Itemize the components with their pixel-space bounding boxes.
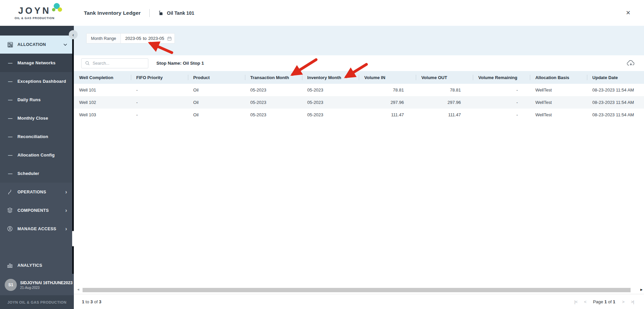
tank-icon bbox=[158, 10, 163, 15]
column-header-transaction-month[interactable]: Transaction Month bbox=[245, 71, 302, 84]
column-header-volume-in[interactable]: Volume IN bbox=[359, 71, 416, 84]
close-icon[interactable]: ✕ bbox=[626, 10, 631, 16]
horizontal-scrollbar: ◄ ► bbox=[74, 287, 644, 294]
column-header-product[interactable]: Product bbox=[188, 71, 245, 84]
table-row[interactable]: Well 101-Oil05-202305-202378.8178.81-Wel… bbox=[74, 84, 644, 96]
sidebar-item-label: ALLOCATION bbox=[17, 42, 59, 47]
scroll-left-arrow-icon[interactable]: ◄ bbox=[77, 288, 80, 291]
column-header-volume-remaining[interactable]: Volume Remaining bbox=[473, 71, 530, 84]
sidebar-spacer bbox=[0, 238, 74, 256]
analytics-icon bbox=[7, 262, 13, 268]
table-empty-area bbox=[74, 121, 644, 287]
month-to: 2023-05 bbox=[148, 36, 164, 41]
cell-volume-out: 78.81 bbox=[416, 84, 473, 96]
dash-icon: — bbox=[8, 79, 12, 84]
last-page-button[interactable]: >| bbox=[631, 299, 634, 304]
sidebar-item-label: Daily Runs bbox=[17, 97, 41, 102]
sidebar-item-exceptions-dashboard[interactable]: —Exceptions Dashboard bbox=[0, 72, 74, 90]
sidebar-item-monthly-close[interactable]: —Monthly Close bbox=[0, 109, 74, 127]
first-page-button[interactable]: |< bbox=[574, 299, 577, 304]
table-row[interactable]: Well 102-Oil05-202305-2023297.96297.96-W… bbox=[74, 96, 644, 109]
sidebar-item-daily-runs[interactable]: —Daily Runs bbox=[0, 90, 74, 109]
cell-allocation-basis: WellTest bbox=[530, 109, 587, 121]
next-page-button[interactable]: > bbox=[622, 299, 624, 304]
sidebar-item-manage-access[interactable]: MANAGE ACCESS › bbox=[0, 220, 74, 238]
sidebar-collapse-button[interactable]: ‹ bbox=[69, 30, 78, 39]
month-range-value[interactable]: 2023-05 to 2023-05 bbox=[121, 34, 175, 43]
top-bar: Tank Inventory Ledger Oil Tank 101 ✕ bbox=[74, 0, 644, 26]
sidebar-item-label: Exceptions Dashboard bbox=[17, 79, 66, 84]
column-header-well-completion[interactable]: Well Completion bbox=[74, 71, 131, 84]
pagination-bar: 1 to 3 of 3 |< < Page 1 of 1 > >| bbox=[74, 294, 644, 309]
sidebar-item-operations[interactable]: OPERATIONS › bbox=[0, 183, 74, 201]
sidebar-item-label: Monthly Close bbox=[17, 116, 48, 121]
scrollbar-thumb[interactable] bbox=[83, 288, 631, 292]
cell-well-completion: Well 101 bbox=[74, 84, 131, 96]
cell-transaction-month: 05-2023 bbox=[245, 84, 302, 96]
sidebar-item-scheduler[interactable]: —Scheduler bbox=[0, 164, 74, 183]
column-header-volume-out[interactable]: Volume OUT bbox=[416, 71, 473, 84]
cell-transaction-month: 05-2023 bbox=[245, 96, 302, 109]
chevron-right-icon: › bbox=[65, 207, 67, 213]
cell-inventory-month: 05-2023 bbox=[302, 109, 359, 121]
cell-product: Oil bbox=[188, 84, 245, 96]
user-name: SIDJOYNAI 16THJUNE2023 bbox=[20, 281, 74, 285]
cell-volume-out: 297.96 bbox=[416, 96, 473, 109]
column-header-allocation-basis[interactable]: Allocation Basis bbox=[530, 71, 587, 84]
calendar-icon[interactable] bbox=[167, 36, 172, 42]
column-header-update-date[interactable]: Update Date bbox=[587, 71, 644, 84]
chevron-right-icon: › bbox=[65, 226, 67, 232]
page-title: Tank Inventory Ledger bbox=[84, 10, 141, 16]
dash-icon: — bbox=[8, 171, 12, 176]
sidebar-item-allocation[interactable]: ALLOCATION bbox=[0, 36, 74, 54]
cell-product: Oil bbox=[188, 96, 245, 109]
sidebar-item-label: MANAGE ACCESS bbox=[17, 227, 60, 231]
row-count-summary: 1 to 3 of 3 bbox=[82, 299, 101, 304]
sidebar-item-analytics[interactable]: ANALYTICS bbox=[0, 256, 74, 274]
scroll-right-arrow-icon[interactable]: ► bbox=[640, 288, 643, 292]
sidebar-item-manage-networks[interactable]: —Manage Networks bbox=[0, 54, 74, 72]
abacus-icon bbox=[7, 42, 13, 48]
sidebar-item-label: Scheduler bbox=[17, 171, 39, 176]
sidebar: ALLOCATION —Manage Networks—Exceptions D… bbox=[0, 26, 74, 309]
month-range-picker[interactable]: Month Range 2023-05 to 2023-05 bbox=[86, 33, 175, 44]
cell-well-completion: Well 103 bbox=[74, 109, 131, 121]
entity-name: Oil Tank 101 bbox=[167, 10, 194, 16]
page-controls: |< < Page 1 of 1 > >| bbox=[574, 299, 634, 304]
cell-fifo-priority: - bbox=[131, 109, 188, 121]
cell-inventory-month: 05-2023 bbox=[302, 96, 359, 109]
column-header-fifo-priority[interactable]: FIFO Priority bbox=[131, 71, 188, 84]
brand-logo: JOYN OIL & GAS PRODUCTION bbox=[0, 0, 74, 26]
cell-product: Oil bbox=[188, 109, 245, 121]
sidebar-item-label: Reconciliation bbox=[17, 134, 48, 139]
entity-label-group: Oil Tank 101 bbox=[158, 10, 194, 16]
operations-icon bbox=[7, 189, 13, 195]
month-range-label: Month Range bbox=[87, 34, 121, 43]
cell-transaction-month: 05-2023 bbox=[245, 109, 302, 121]
sidebar-item-allocation-config[interactable]: —Allocation Config bbox=[0, 146, 74, 164]
search-icon bbox=[85, 61, 90, 66]
cell-update-date: 08-23-2023 11:54 AM bbox=[587, 84, 644, 96]
sidebar-item-reconciliation[interactable]: —Reconciliation bbox=[0, 127, 74, 146]
sidebar-item-label: COMPONENTS bbox=[17, 208, 60, 213]
cell-allocation-basis: WellTest bbox=[530, 84, 587, 96]
user-profile[interactable]: S1 SIDJOYNAI 16THJUNE2023 21-Aug-2023 bbox=[0, 274, 74, 295]
chevron-down-icon bbox=[63, 44, 67, 46]
dash-icon: — bbox=[8, 60, 12, 65]
prev-page-button[interactable]: < bbox=[584, 299, 586, 304]
table-row[interactable]: Well 103-Oil05-202305-2023111.47111.47-W… bbox=[74, 109, 644, 121]
download-icon[interactable] bbox=[627, 60, 635, 67]
sidebar-item-label: ANALYTICS bbox=[17, 263, 67, 268]
sidebar-item-components[interactable]: COMPONENTS › bbox=[0, 201, 74, 220]
table-header-row: Well CompletionFIFO PriorityProductTrans… bbox=[74, 71, 644, 84]
dash-icon: — bbox=[8, 97, 12, 102]
column-header-inventory-month[interactable]: Inventory Month bbox=[302, 71, 359, 84]
components-icon bbox=[7, 207, 13, 213]
sidebar-item-label: Manage Networks bbox=[17, 60, 56, 65]
search-input[interactable] bbox=[93, 61, 145, 66]
search-box[interactable] bbox=[81, 58, 148, 68]
cell-volume-in: 78.81 bbox=[359, 84, 416, 96]
sidebar-footer: JOYN OIL & GAS PRODUCTION bbox=[0, 295, 74, 309]
allocation-submenu: —Manage Networks—Exceptions Dashboard—Da… bbox=[0, 54, 74, 183]
chevron-right-icon: › bbox=[65, 189, 67, 195]
